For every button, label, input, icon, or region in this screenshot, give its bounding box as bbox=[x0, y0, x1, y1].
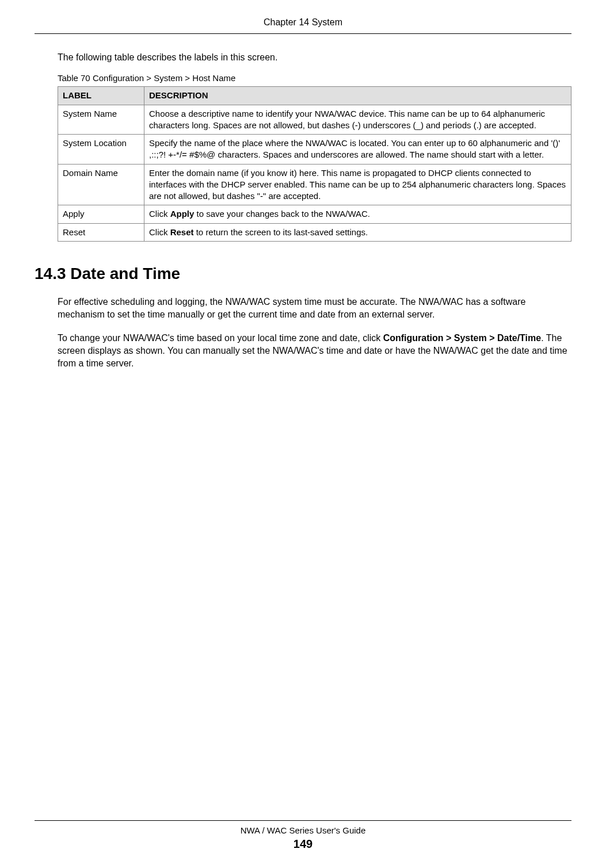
top-rule bbox=[35, 33, 571, 34]
table-row: Reset Click Reset to return the screen t… bbox=[58, 223, 571, 241]
cell-label: System Name bbox=[58, 105, 144, 135]
para2: To change your NWA/WAC's time based on y… bbox=[58, 332, 569, 370]
table-row: System Name Choose a descriptive name to… bbox=[58, 105, 571, 135]
cell-description: Click Reset to return the screen to its … bbox=[144, 223, 571, 241]
cell-description: Enter the domain name (if you know it) h… bbox=[144, 164, 571, 205]
page-number: 149 bbox=[0, 838, 606, 851]
desc-post: to save your changes back to the NWA/WAC… bbox=[194, 209, 370, 219]
footer-guide-text: NWA / WAC Series User's Guide bbox=[0, 825, 606, 835]
cell-label: System Location bbox=[58, 135, 144, 165]
cell-label: Apply bbox=[58, 205, 144, 223]
chapter-header: Chapter 14 System bbox=[35, 17, 571, 28]
table-row: Domain Name Enter the domain name (if yo… bbox=[58, 164, 571, 205]
cell-description: Specify the name of the place where the … bbox=[144, 135, 571, 165]
desc-pre: Click bbox=[149, 227, 170, 237]
th-description: DESCRIPTION bbox=[144, 87, 571, 105]
desc-bold: Reset bbox=[170, 227, 194, 237]
cell-description: Choose a descriptive name to identify yo… bbox=[144, 105, 571, 135]
host-name-table: LABEL DESCRIPTION System Name Choose a d… bbox=[58, 86, 571, 242]
page-footer: NWA / WAC Series User's Guide 149 bbox=[0, 820, 606, 851]
desc-pre: Click bbox=[149, 209, 170, 219]
para1: For effective scheduling and logging, th… bbox=[58, 296, 569, 322]
desc-bold: Apply bbox=[170, 209, 195, 219]
table-row: Apply Click Apply to save your changes b… bbox=[58, 205, 571, 223]
bottom-rule bbox=[35, 820, 571, 821]
cell-description: Click Apply to save your changes back to… bbox=[144, 205, 571, 223]
table-header-row: LABEL DESCRIPTION bbox=[58, 87, 571, 105]
intro-text: The following table describes the labels… bbox=[58, 51, 569, 64]
th-label: LABEL bbox=[58, 87, 144, 105]
para2-pre: To change your NWA/WAC's time based on y… bbox=[58, 333, 383, 343]
desc-post: to return the screen to its last-saved s… bbox=[194, 227, 368, 237]
para2-bold: Configuration > System > Date/Time bbox=[383, 333, 541, 343]
table-row: System Location Specify the name of the … bbox=[58, 135, 571, 165]
cell-label: Domain Name bbox=[58, 164, 144, 205]
cell-label: Reset bbox=[58, 223, 144, 241]
section-heading-date-time: 14.3 Date and Time bbox=[35, 265, 571, 283]
table-caption: Table 70 Configuration > System > Host N… bbox=[58, 73, 571, 83]
